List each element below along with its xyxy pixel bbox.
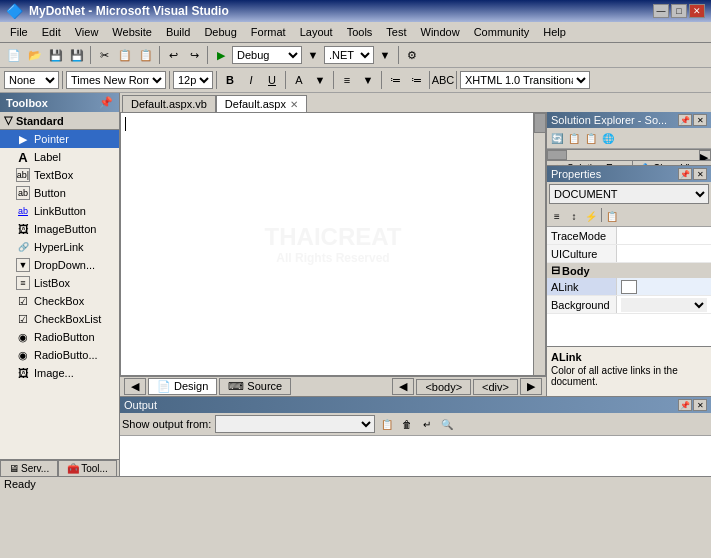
save-btn[interactable]: 💾 [46, 45, 66, 65]
editor-vscrollbar[interactable] [533, 113, 545, 375]
cut-btn[interactable]: ✂ [94, 45, 114, 65]
output-source-select[interactable] [215, 415, 375, 433]
toolbox-checkbox[interactable]: ☑ CheckBox [0, 292, 119, 310]
tab-default-aspx-vb[interactable]: Default.aspx.vb [122, 95, 216, 112]
se-pin-btn[interactable]: 📌 [678, 114, 692, 126]
prop-object-select[interactable]: DOCUMENT [549, 184, 709, 204]
color-btn[interactable]: A [289, 70, 309, 90]
toolbox-pointer[interactable]: ▶ Pointer [0, 130, 119, 148]
spell-btn[interactable]: ABC [433, 70, 453, 90]
debug-dropdown[interactable]: ▼ [303, 45, 323, 65]
prop-uiculture-value[interactable] [617, 245, 711, 262]
prop-background-value[interactable] [617, 296, 711, 313]
prev-nav-btn[interactable]: ◀ [124, 378, 146, 395]
dotnet-select[interactable]: .NET [324, 46, 374, 64]
toolbox-linkbutton[interactable]: ab LinkButton [0, 202, 119, 220]
xhtml-select[interactable]: XHTML 1.0 Transitional ( [460, 71, 590, 89]
prop-alpha-btn[interactable]: ↕ [566, 208, 582, 224]
prop-close-btn[interactable]: ✕ [693, 168, 707, 180]
menu-file[interactable]: File [4, 24, 34, 40]
menu-test[interactable]: Test [380, 24, 412, 40]
prop-cat-btn[interactable]: ≡ [549, 208, 565, 224]
tab-default-aspx[interactable]: Default.aspx ✕ [216, 95, 307, 112]
toolbox-button[interactable]: ab Button [0, 184, 119, 202]
editor-area[interactable]: THAICREAT All Rights Reserved [120, 112, 546, 376]
tool-tab[interactable]: 🧰 Tool... [58, 460, 117, 476]
underline-btn[interactable]: U [262, 70, 282, 90]
redo-btn[interactable]: ↪ [184, 45, 204, 65]
minimize-button[interactable]: — [653, 4, 669, 18]
alink-color-box[interactable] [621, 280, 637, 294]
se-scroll-thumb[interactable] [547, 150, 567, 160]
prop-events-btn[interactable]: ⚡ [583, 208, 599, 224]
output-close-btn[interactable]: ✕ [693, 399, 707, 411]
scrollbar-thumb[interactable] [534, 113, 546, 133]
color-dropdown[interactable]: ▼ [310, 70, 330, 90]
editor-content[interactable] [121, 113, 545, 375]
prop-dropdown[interactable]: DOCUMENT [549, 184, 709, 204]
toolbox-header[interactable]: Toolbox 📌 [0, 93, 119, 112]
next-nav-btn[interactable]: ▶ [520, 378, 542, 395]
menu-format[interactable]: Format [245, 24, 292, 40]
toolbox-checkboxlist[interactable]: ☑ CheckBoxList [0, 310, 119, 328]
align-dropdown[interactable]: ▼ [358, 70, 378, 90]
menu-help[interactable]: Help [537, 24, 572, 40]
se-refresh-btn[interactable]: 🔄 [549, 130, 565, 146]
paste-btn[interactable]: 📋 [136, 45, 156, 65]
output-find-btn[interactable]: 🔍 [439, 416, 455, 432]
play-btn[interactable]: ▶ [211, 45, 231, 65]
toolbox-imagebutton[interactable]: 🖼 ImageButton [0, 220, 119, 238]
menu-community[interactable]: Community [468, 24, 536, 40]
se-copy-btn[interactable]: 📋 [566, 130, 582, 146]
prop-alink-row[interactable]: ALink [547, 278, 711, 296]
output-wrap-btn[interactable]: ↵ [419, 416, 435, 432]
design-view-btn[interactable]: 📄 Design [148, 378, 217, 395]
font-name-select[interactable]: Times New Roman [66, 71, 166, 89]
menu-debug[interactable]: Debug [198, 24, 242, 40]
menu-view[interactable]: View [69, 24, 105, 40]
source-view-btn[interactable]: ⌨ Source [219, 378, 291, 395]
background-select[interactable] [621, 298, 707, 312]
prop-pages-btn[interactable]: 📋 [604, 208, 620, 224]
toolbox-label[interactable]: A Label [0, 148, 119, 166]
list-btn[interactable]: ≔ [385, 70, 405, 90]
div-tag[interactable]: <div> [473, 379, 518, 395]
italic-btn[interactable]: I [241, 70, 261, 90]
align-left-btn[interactable]: ≡ [337, 70, 357, 90]
close-button[interactable]: ✕ [689, 4, 705, 18]
settings-btn[interactable]: ⚙ [402, 45, 422, 65]
toolbox-hyperlink[interactable]: 🔗 HyperLink [0, 238, 119, 256]
body-tag[interactable]: <body> [416, 379, 471, 395]
tab-close-btn[interactable]: ✕ [290, 99, 298, 110]
toolbox-textbox[interactable]: ab| TextBox [0, 166, 119, 184]
toolbox-image[interactable]: 🖼 Image... [0, 364, 119, 382]
copy-btn[interactable]: 📋 [115, 45, 135, 65]
undo-btn[interactable]: ↩ [163, 45, 183, 65]
toolbox-radiobuttonlist[interactable]: ◉ RadioButto... [0, 346, 119, 364]
menu-layout[interactable]: Layout [294, 24, 339, 40]
style-select[interactable]: None [4, 71, 59, 89]
debug-select[interactable]: Debug [232, 46, 302, 64]
ordered-list-btn[interactable]: ≔ [406, 70, 426, 90]
se-scrollbar[interactable]: ▶ [547, 149, 711, 160]
bold-btn[interactable]: B [220, 70, 240, 90]
prev-tag-btn[interactable]: ◀ [392, 378, 414, 395]
menu-tools[interactable]: Tools [341, 24, 379, 40]
prop-tracemode-value[interactable] [617, 227, 711, 244]
toolbox-dropdown[interactable]: ▼ DropDown... [0, 256, 119, 274]
toolbox-listbox[interactable]: ≡ ListBox [0, 274, 119, 292]
maximize-button[interactable]: □ [671, 4, 687, 18]
se-scroll-right[interactable]: ▶ [699, 150, 711, 160]
save-all-btn[interactable]: 💾 [67, 45, 87, 65]
menu-build[interactable]: Build [160, 24, 196, 40]
toolbox-section-standard[interactable]: ▽ Standard [0, 112, 119, 130]
server-tab[interactable]: 🖥 Serv... [0, 460, 58, 476]
output-clear-btn[interactable]: 🗑 [399, 416, 415, 432]
se-view-btn[interactable]: 🌐 [600, 130, 616, 146]
output-copy-btn[interactable]: 📋 [379, 416, 395, 432]
prop-pin-btn[interactable]: 📌 [678, 168, 692, 180]
toolbox-radiobutton[interactable]: ◉ RadioButton [0, 328, 119, 346]
open-btn[interactable]: 📂 [25, 45, 45, 65]
prop-alink-value[interactable] [617, 278, 711, 295]
dotnet-dropdown[interactable]: ▼ [375, 45, 395, 65]
